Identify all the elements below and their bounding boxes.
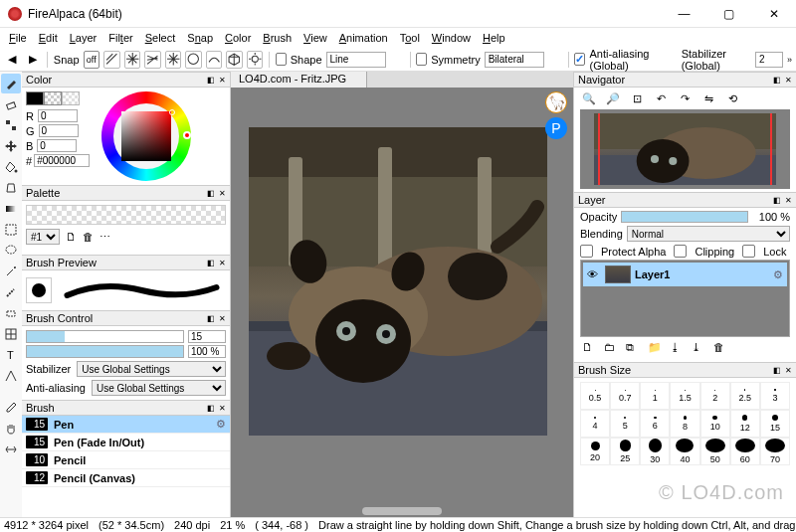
layer-down-icon[interactable]: ⤓ xyxy=(692,341,705,355)
opacity-slider[interactable] xyxy=(621,211,748,223)
snap-off-button[interactable]: off xyxy=(84,51,100,69)
text-tool[interactable]: T xyxy=(1,345,21,365)
menu-help[interactable]: Help xyxy=(478,30,510,46)
snap-circle-icon[interactable] xyxy=(185,51,202,69)
object-tool[interactable] xyxy=(1,366,21,386)
fg-color-swatch[interactable] xyxy=(26,91,44,105)
snap-radial-icon[interactable] xyxy=(165,51,182,69)
open-folder-icon[interactable]: 📁 xyxy=(648,341,662,355)
document-tab[interactable]: LO4D.com - Fritz.JPG xyxy=(231,72,367,88)
maximize-button[interactable]: ▢ xyxy=(706,0,751,27)
brush-control-header[interactable]: Brush Control◧✕ xyxy=(22,310,230,326)
brush-size-cell[interactable]: 1.5 xyxy=(670,382,699,410)
brush-size-cell[interactable]: 2 xyxy=(700,382,730,410)
color-panel-header[interactable]: Color◧✕ xyxy=(22,72,230,88)
divide-tool[interactable] xyxy=(1,324,21,344)
brush-size-cell[interactable]: 0.5 xyxy=(580,382,610,410)
hex-input[interactable] xyxy=(34,154,90,167)
select-pen-tool[interactable] xyxy=(1,282,21,302)
stabilizer-select[interactable] xyxy=(755,52,783,68)
layer-visibility-icon[interactable]: 👁 xyxy=(587,268,601,280)
brush-tool[interactable] xyxy=(1,74,21,93)
panel-close-icon[interactable]: ✕ xyxy=(219,76,226,85)
palette-delete-icon[interactable]: 🗑 xyxy=(83,231,94,243)
shape-select[interactable] xyxy=(326,52,386,68)
move-tool[interactable] xyxy=(1,136,21,156)
brush-size-cell[interactable]: 60 xyxy=(730,438,760,465)
menu-snap[interactable]: Snap xyxy=(182,30,218,46)
new-layer-icon[interactable]: 🗋 xyxy=(582,341,596,355)
brush-size-cell[interactable]: 20 xyxy=(580,438,610,465)
zoom-fit-icon[interactable]: ⊡ xyxy=(628,90,646,106)
brush-size-cell[interactable]: 12 xyxy=(730,410,760,438)
menu-tool[interactable]: Tool xyxy=(395,30,425,46)
zoom-in-icon[interactable]: 🔍 xyxy=(580,90,598,106)
brush-row[interactable]: 12Pencil (Canvas) xyxy=(22,469,230,487)
brush-size-cell[interactable]: 6 xyxy=(640,410,670,438)
lasso-tool[interactable] xyxy=(1,241,21,261)
duplicate-layer-icon[interactable]: ⧉ xyxy=(626,341,640,355)
hand-tool[interactable] xyxy=(1,419,21,439)
brush-size-cell[interactable]: 3 xyxy=(760,382,790,410)
brush-size-cell[interactable]: 25 xyxy=(610,438,640,465)
canvas-viewport[interactable]: 🦙 P xyxy=(231,88,573,517)
rotate-left-icon[interactable]: ↶ xyxy=(652,90,670,106)
alt-color-swatch[interactable] xyxy=(62,91,80,105)
symmetry-checkbox[interactable] xyxy=(416,53,427,66)
bc-aa-select[interactable]: Use Global Settings xyxy=(92,380,226,396)
brush-size-value[interactable]: 15 xyxy=(188,330,226,343)
reset-view-icon[interactable]: ⟲ xyxy=(723,90,741,106)
menu-file[interactable]: File xyxy=(4,30,32,46)
select-erase-tool[interactable] xyxy=(1,303,21,323)
merge-down-icon[interactable]: ⭳ xyxy=(670,341,684,355)
brush-size-cell[interactable]: 5 xyxy=(610,410,640,438)
brush-size-cell[interactable]: 70 xyxy=(760,438,790,465)
menu-select[interactable]: Select xyxy=(140,30,181,46)
zoom-out-icon[interactable]: 🔎 xyxy=(604,90,622,106)
rotate-right-icon[interactable]: ↷ xyxy=(676,90,694,106)
brush-size-cell[interactable]: 10 xyxy=(700,410,730,438)
brush-size-cell[interactable]: 40 xyxy=(670,438,699,465)
brush-preview-header[interactable]: Brush Preview◧✕ xyxy=(22,255,230,270)
dot-tool[interactable] xyxy=(1,115,21,135)
r-input[interactable] xyxy=(38,109,78,122)
blending-select[interactable]: Normal xyxy=(627,226,790,242)
flip-h-icon[interactable]: ⇋ xyxy=(699,90,717,106)
brush-size-cell[interactable]: 0.7 xyxy=(610,382,640,410)
brush-size-cell[interactable]: 30 xyxy=(640,438,670,465)
menu-color[interactable]: Color xyxy=(220,30,256,46)
g-input[interactable] xyxy=(39,124,79,137)
clipping-checkbox[interactable] xyxy=(674,245,687,258)
brush-size-cell[interactable]: 2.5 xyxy=(730,382,760,410)
b-input[interactable] xyxy=(37,139,77,152)
menu-edit[interactable]: Edit xyxy=(34,30,63,46)
canvas-h-scrollbar[interactable] xyxy=(362,507,442,515)
antialias-checkbox[interactable] xyxy=(574,53,585,66)
mascot-icon[interactable]: 🦙 xyxy=(545,91,567,113)
palette-panel-header[interactable]: Palette◧✕ xyxy=(22,185,230,201)
brush-settings-icon[interactable]: ⚙ xyxy=(216,418,226,431)
magic-wand-tool[interactable] xyxy=(1,262,21,281)
protect-alpha-checkbox[interactable] xyxy=(580,245,593,258)
menu-view[interactable]: View xyxy=(298,30,332,46)
lock-checkbox[interactable] xyxy=(742,245,755,258)
snap-vanish-icon[interactable] xyxy=(144,51,161,69)
toolbar-overflow-icon[interactable]: » xyxy=(787,55,792,65)
brush-size-cell[interactable]: 15 xyxy=(760,410,790,438)
delete-layer-icon[interactable]: 🗑 xyxy=(713,341,727,355)
menu-layer[interactable]: Layer xyxy=(65,30,102,46)
snap-cross-icon[interactable] xyxy=(124,51,141,69)
bucket-tool[interactable] xyxy=(1,178,21,198)
brush-row[interactable]: 15Pen (Fade In/Out) xyxy=(22,434,230,451)
brush-row[interactable]: 15Pen⚙ xyxy=(22,416,230,434)
brush-size-cell[interactable]: 8 xyxy=(670,410,699,438)
new-folder-icon[interactable]: 🗀 xyxy=(604,341,618,355)
snap-curve-icon[interactable] xyxy=(206,51,223,69)
color-wheel[interactable] xyxy=(101,91,191,181)
shape-checkbox[interactable] xyxy=(276,53,287,66)
menu-animation[interactable]: Animation xyxy=(334,30,393,46)
menu-brush[interactable]: Brush xyxy=(258,30,297,46)
brush-size-header[interactable]: Brush Size◧✕ xyxy=(574,362,796,378)
nav-fwd-button[interactable]: ▶ xyxy=(25,51,42,69)
brush-opacity-value[interactable]: 100 % xyxy=(188,345,226,358)
